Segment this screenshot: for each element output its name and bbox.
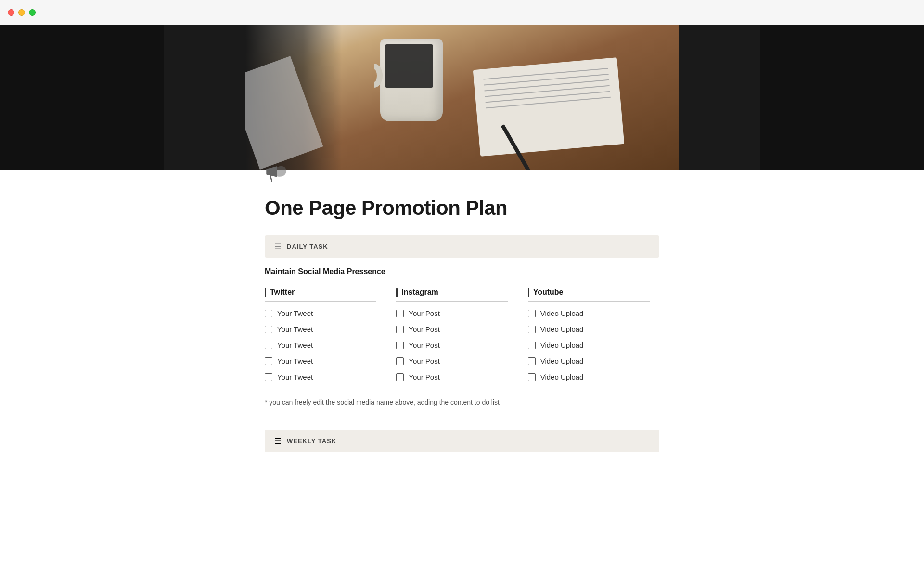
task-label-ig-1: Your Post: [409, 309, 440, 317]
task-label-yt-2: Video Upload: [540, 325, 584, 333]
task-label-ig-4: Your Post: [409, 357, 440, 365]
task-checkbox-ig-3[interactable]: [396, 342, 404, 349]
task-label-ig-2: Your Post: [409, 325, 440, 333]
svg-line-1: [270, 175, 271, 181]
subsection-title: Maintain Social Media Pressence: [265, 267, 659, 276]
page-title: One Page Promotion Plan: [265, 197, 659, 220]
column-bar: [396, 288, 398, 297]
task-label-ig-5: Your Post: [409, 373, 440, 381]
list-item: Your Tweet: [265, 373, 376, 381]
icon-area: [265, 160, 659, 187]
task-checkbox-tw-5[interactable]: [265, 373, 272, 381]
task-label-tw-4: Your Tweet: [277, 357, 313, 365]
maximize-button[interactable]: [29, 9, 36, 16]
task-checkbox-ig-1[interactable]: [396, 310, 404, 317]
hero-banner: [0, 25, 924, 170]
instagram-column-title: Instagram: [401, 288, 438, 297]
task-label-tw-2: Your Tweet: [277, 325, 313, 333]
task-label-tw-5: Your Tweet: [277, 373, 313, 381]
column-bar: [528, 288, 529, 297]
task-checkbox-yt-3[interactable]: [528, 342, 536, 349]
task-label-yt-3: Video Upload: [540, 341, 584, 349]
list-item: Your Post: [396, 341, 508, 349]
task-checkbox-yt-5[interactable]: [528, 373, 536, 381]
list-item: Video Upload: [528, 373, 650, 381]
task-checkbox-tw-1[interactable]: [265, 310, 272, 317]
hero-image: [245, 25, 679, 170]
task-checkbox-tw-3[interactable]: [265, 342, 272, 349]
list-item: Your Tweet: [265, 357, 376, 365]
instagram-column-header: Instagram: [396, 288, 508, 302]
list-item: Your Post: [396, 325, 508, 333]
list-item: Your Tweet: [265, 341, 376, 349]
titlebar: [0, 0, 924, 25]
hamburger-icon-weekly: ☰: [274, 436, 281, 446]
task-checkbox-ig-5[interactable]: [396, 373, 404, 381]
list-item: Your Post: [396, 373, 508, 381]
task-label-tw-3: Your Tweet: [277, 341, 313, 349]
task-label-ig-3: Your Post: [409, 341, 440, 349]
column-bar: [265, 288, 266, 297]
weekly-task-section-header[interactable]: ☰ WEEKLY TASK: [265, 430, 659, 452]
list-item: Your Tweet: [265, 325, 376, 333]
twitter-column: Twitter Your Tweet Your Tweet Your Tweet…: [265, 288, 386, 389]
list-item: Your Tweet: [265, 309, 376, 317]
task-checkbox-ig-2[interactable]: [396, 326, 404, 333]
twitter-column-header: Twitter: [265, 288, 376, 302]
task-checkbox-tw-4[interactable]: [265, 357, 272, 365]
weekly-task-label: WEEKLY TASK: [287, 437, 336, 445]
task-checkbox-yt-2[interactable]: [528, 326, 536, 333]
task-label-yt-5: Video Upload: [540, 373, 584, 381]
task-label-tw-1: Your Tweet: [277, 309, 313, 317]
page-content: One Page Promotion Plan ☰ DAILY TASK Mai…: [245, 160, 679, 481]
svg-rect-0: [266, 169, 270, 175]
youtube-column-title: Youtube: [533, 288, 564, 297]
list-item: Your Post: [396, 309, 508, 317]
daily-task-label: DAILY TASK: [287, 243, 328, 250]
minimize-button[interactable]: [18, 9, 25, 16]
list-item: Your Post: [396, 357, 508, 365]
task-checkbox-yt-4[interactable]: [528, 357, 536, 365]
daily-task-section-header[interactable]: ☰ DAILY TASK: [265, 235, 659, 258]
task-label-yt-4: Video Upload: [540, 357, 584, 365]
youtube-column: Youtube Video Upload Video Upload Video …: [528, 288, 659, 389]
twitter-column-title: Twitter: [270, 288, 295, 297]
hamburger-icon: ☰: [274, 242, 281, 251]
youtube-column-header: Youtube: [528, 288, 650, 302]
list-item: Video Upload: [528, 341, 650, 349]
task-checkbox-yt-1[interactable]: [528, 310, 536, 317]
task-columns: Twitter Your Tweet Your Tweet Your Tweet…: [265, 288, 659, 389]
megaphone-icon: [265, 160, 290, 185]
list-item: Video Upload: [528, 357, 650, 365]
footnote-text: * you can freely edit the social media n…: [265, 398, 659, 418]
close-button[interactable]: [8, 9, 14, 16]
list-item: Video Upload: [528, 309, 650, 317]
list-item: Video Upload: [528, 325, 650, 333]
task-checkbox-ig-4[interactable]: [396, 357, 404, 365]
instagram-column: Instagram Your Post Your Post Your Post …: [396, 288, 518, 389]
task-checkbox-tw-2[interactable]: [265, 326, 272, 333]
task-label-yt-1: Video Upload: [540, 309, 584, 317]
